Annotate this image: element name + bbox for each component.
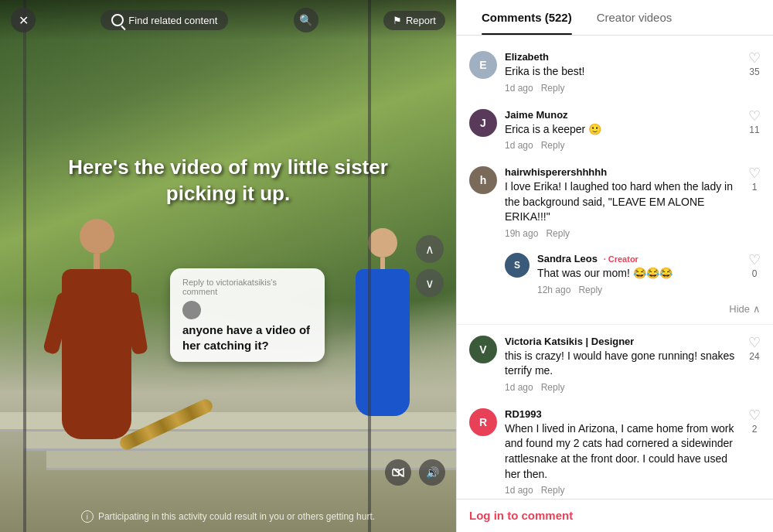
video-top-overlay: ✕ Find related content 🔍 ⚑ Report	[0, 0, 456, 40]
reply-link[interactable]: Reply	[541, 83, 565, 94]
nav-up-button[interactable]: ∧	[416, 235, 444, 263]
comment-body: Sandra Leos · Creator That was our mom! …	[537, 253, 741, 295]
reply-bubble: Reply to victoriakatsikis's comment anyo…	[170, 268, 325, 362]
comment-meta: 1d ago Reply	[505, 83, 741, 94]
like-count: 11	[749, 124, 759, 135]
comment-meta: 1d ago Reply	[505, 485, 741, 496]
like-count: 0	[752, 268, 758, 279]
like-button[interactable]: ♡	[748, 408, 761, 422]
reply-to-label: Reply to victoriakatsikis's comment	[182, 278, 312, 296]
avatar: S	[505, 253, 530, 278]
video-background	[0, 0, 456, 532]
comment-item: E Elizabeth Erika is the best! 1d ago Re…	[457, 43, 773, 101]
comment-meta: 1d ago Reply	[505, 140, 741, 151]
comment-body: RD1993 When I lived in Arizona, I came h…	[505, 408, 741, 496]
video-caption: Here's the video of my little sister pic…	[0, 155, 456, 207]
find-related-label: Find related content	[128, 15, 217, 26]
like-count: 35	[749, 66, 759, 77]
like-button[interactable]: ♡	[748, 166, 761, 180]
video-panel: ✕ Find related content 🔍 ⚑ Report Here's…	[0, 0, 456, 532]
nav-down-button[interactable]: ∨	[416, 269, 444, 297]
comment-time: 1d ago	[505, 382, 533, 393]
avatar: V	[469, 336, 497, 363]
comment-item: R RD1993 When I lived in Arizona, I came…	[457, 401, 773, 499]
avatar: J	[469, 109, 497, 137]
like-count: 24	[749, 351, 759, 362]
comment-username: hairwhisperershhhhh	[505, 166, 741, 178]
comment-username: RD1993	[505, 408, 741, 420]
video-bottom-controls: 🔊	[385, 459, 445, 486]
reply-link[interactable]: Reply	[578, 285, 602, 295]
comment-actions: ♡ 1	[748, 166, 761, 193]
chevron-up-icon: ∧	[753, 303, 761, 315]
flag-icon: ⚑	[393, 15, 402, 26]
search-button[interactable]: 🔍	[294, 8, 318, 32]
comment-actions: ♡ 35	[748, 51, 761, 77]
like-count: 2	[752, 424, 758, 435]
comment-actions: ♡ 2	[748, 408, 761, 435]
volume-button[interactable]: 🔊	[419, 459, 445, 486]
comment-item: h hairwhisperershhhhh I love Erika! I la…	[457, 159, 773, 247]
like-button[interactable]: ♡	[748, 336, 761, 350]
comment-text: Erika is the best!	[505, 64, 741, 80]
avatar: E	[469, 51, 497, 79]
report-label: Report	[406, 15, 436, 26]
comment-body: hairwhisperershhhhh I love Erika! I laug…	[505, 166, 741, 239]
reply-link[interactable]: Reply	[541, 485, 565, 496]
close-button[interactable]: ✕	[11, 8, 36, 32]
comment-actions: ♡ 11	[748, 109, 761, 135]
comment-time: 1d ago	[505, 83, 533, 94]
comment-text: Erica is a keeper 🙂	[505, 122, 741, 138]
comment-username: Elizabeth	[505, 51, 741, 63]
comment-item: J Jaime Munoz Erica is a keeper 🙂 1d ago…	[457, 101, 773, 159]
report-button[interactable]: ⚑ Report	[383, 11, 445, 30]
creator-badge: · Creator	[604, 254, 638, 264]
reply-avatar	[182, 301, 201, 319]
comments-list: E Elizabeth Erika is the best! 1d ago Re…	[457, 36, 773, 499]
hide-label: Hide	[729, 303, 750, 315]
comment-text: I love Erika! I laughed too hard when th…	[505, 179, 741, 225]
reply-link[interactable]: Reply	[541, 382, 565, 393]
comment-text: When I lived in Arizona, I came home fro…	[505, 421, 741, 482]
nested-comment: S Sandra Leos · Creator That was our mom…	[457, 247, 773, 302]
like-button[interactable]: ♡	[748, 253, 761, 267]
reply-bubble-text: anyone have a video of her catching it?	[182, 322, 312, 353]
comment-time: 1d ago	[505, 140, 533, 151]
divider	[457, 324, 773, 325]
avatar: h	[469, 166, 497, 194]
no-video-button[interactable]	[385, 459, 411, 486]
like-button[interactable]: ♡	[748, 51, 761, 65]
comment-body: Elizabeth Erika is the best! 1d ago Repl…	[505, 51, 741, 94]
comment-body: Jaime Munoz Erica is a keeper 🙂 1d ago R…	[505, 109, 741, 152]
tab-creator-videos[interactable]: Creator videos	[584, 0, 685, 35]
comment-meta: 12h ago Reply	[537, 285, 741, 295]
nav-arrows: ∧ ∨	[416, 235, 444, 297]
comment-time: 12h ago	[537, 285, 570, 295]
safety-warning: i Participating in this activity could r…	[0, 510, 456, 523]
comments-panel: Comments (522) Creator videos E Elizabet…	[456, 0, 773, 532]
comment-time: 1d ago	[505, 485, 533, 496]
find-related-button[interactable]: Find related content	[100, 10, 228, 30]
comment-username: Sandra Leos · Creator	[537, 253, 741, 264]
avatar: R	[469, 408, 497, 436]
comment-username: Jaime Munoz	[505, 109, 741, 121]
comment-meta: 19h ago Reply	[505, 228, 741, 239]
tab-comments[interactable]: Comments (522)	[469, 0, 584, 35]
log-in-button[interactable]: Log in to comment	[469, 509, 573, 522]
log-in-bar: Log in to comment	[457, 499, 773, 532]
comment-text: That was our mom! 😂😂😂	[537, 266, 741, 281]
comment-actions: ♡ 24	[748, 336, 761, 362]
comment-actions: ♡ 0	[748, 253, 761, 279]
like-count: 1	[752, 182, 758, 193]
comment-meta: 1d ago Reply	[505, 382, 741, 393]
search-icon	[111, 14, 124, 26]
comment-time: 19h ago	[505, 228, 538, 239]
hide-replies-link[interactable]: Hide ∧	[457, 302, 773, 321]
safety-text: Participating in this activity could res…	[98, 511, 375, 522]
warning-icon: i	[81, 510, 94, 523]
reply-link[interactable]: Reply	[541, 140, 565, 151]
comment-item: V Victoria Katsikis | Designer this is c…	[457, 328, 773, 401]
comment-body: Victoria Katsikis | Designer this is cra…	[505, 336, 741, 393]
like-button[interactable]: ♡	[748, 109, 761, 123]
reply-link[interactable]: Reply	[546, 228, 570, 239]
